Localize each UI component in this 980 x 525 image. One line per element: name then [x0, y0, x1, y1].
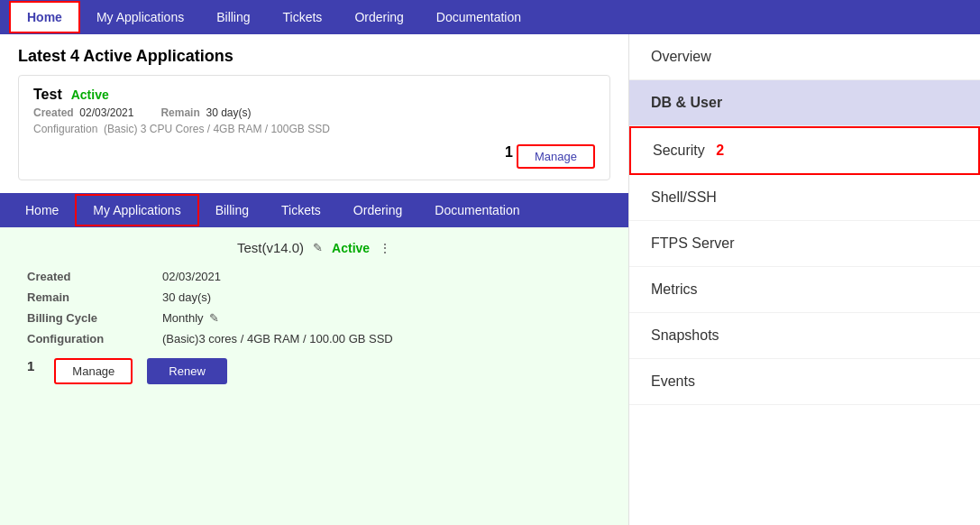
sidebar-shell-ssh-label: Shell/SSH [651, 189, 717, 205]
remain-value: 30 day(s) [206, 106, 251, 119]
nav2-documentation[interactable]: Documentation [418, 196, 536, 225]
app-name: Test [33, 87, 62, 103]
detail-created-label: Created [27, 270, 153, 283]
app-detail-title: Test(v14.0) [237, 240, 304, 255]
home-section: Latest 4 Active Applications Test Active… [0, 34, 628, 193]
section-title: Latest 4 Active Applications [18, 47, 610, 66]
sidebar-item-ftps-server[interactable]: FTPS Server [629, 221, 980, 267]
dots-menu-icon[interactable]: ⋮ [379, 241, 391, 255]
sidebar-item-db-user[interactable]: DB & User [629, 80, 980, 126]
top-navbar: Home My Applications Billing Tickets Ord… [0, 0, 980, 34]
remain-label: Remain [160, 106, 199, 119]
renew-button[interactable]: Renew [147, 358, 226, 384]
sidebar-security-label: Security [653, 143, 705, 158]
nav2-ordering[interactable]: Ordering [337, 196, 418, 225]
main-content: Latest 4 Active Applications Test Active… [0, 34, 980, 525]
created-label: Created [33, 106, 74, 119]
nav-billing[interactable]: Billing [200, 3, 266, 32]
detail-config-label: Configuration [27, 332, 153, 345]
manage-number-1: 1 [505, 144, 513, 169]
sidebar-ftps-label: FTPS Server [651, 235, 734, 251]
nav-my-applications[interactable]: My Applications [80, 3, 200, 32]
detail-remain-value: 30 day(s) [162, 290, 601, 304]
nav-ordering[interactable]: Ordering [338, 3, 419, 32]
config-label: Configuration [33, 123, 97, 135]
detail-remain-label: Remain [27, 290, 153, 304]
nav2-tickets[interactable]: Tickets [265, 196, 337, 225]
app-detail-section: Test(v14.0) ✎ Active ⋮ Created 02/03/202… [0, 227, 628, 525]
billing-edit-icon[interactable]: ✎ [209, 311, 219, 325]
detail-rows: Created 02/03/2021 Remain 30 day(s) Bill… [18, 270, 610, 345]
left-panel: Latest 4 Active Applications Test Active… [0, 34, 628, 525]
second-navbar: Home My Applications Billing Tickets Ord… [0, 193, 628, 227]
sidebar-item-snapshots[interactable]: Snapshots [629, 313, 980, 359]
app-status: Active [71, 88, 109, 102]
sidebar-db-user-label: DB & User [651, 95, 722, 110]
manage-button-top[interactable]: Manage [517, 144, 595, 169]
sidebar-overview-label: Overview [651, 49, 711, 64]
detail-billing-label: Billing Cycle [27, 311, 153, 325]
app-card: Test Active Created 02/03/2021 Remain 30… [18, 75, 610, 180]
sidebar-snapshots-label: Snapshots [651, 327, 719, 343]
app-card-header: Test Active [33, 87, 595, 103]
app-card-details: Created 02/03/2021 Remain 30 day(s) [33, 106, 595, 119]
security-badge: 2 [716, 143, 724, 158]
created-value: 02/03/2021 [79, 106, 133, 119]
sidebar-item-overview[interactable]: Overview [629, 34, 980, 80]
app-detail-status: Active [332, 241, 370, 255]
detail-config-value: (Basic)3 cores / 4GB RAM / 100.00 GB SSD [162, 332, 601, 345]
manage-button-bottom[interactable]: Manage [54, 358, 133, 384]
sidebar-item-security[interactable]: Security 2 [629, 126, 980, 175]
app-detail-card: Test(v14.0) ✎ Active ⋮ Created 02/03/202… [18, 240, 610, 384]
detail-billing-value: Monthly [162, 311, 204, 325]
nav2-billing[interactable]: Billing [199, 196, 265, 225]
sidebar-item-metrics[interactable]: Metrics [629, 267, 980, 313]
sidebar-item-events[interactable]: Events [629, 359, 980, 405]
detail-billing-row: Monthly ✎ [162, 311, 601, 325]
detail-created-value: 02/03/2021 [162, 270, 601, 283]
sidebar-item-shell-ssh[interactable]: Shell/SSH [629, 175, 980, 221]
app-detail-header: Test(v14.0) ✎ Active ⋮ [18, 240, 610, 261]
app-card-footer: 1 Manage [33, 144, 595, 169]
nav-tickets[interactable]: Tickets [267, 3, 339, 32]
nav2-home[interactable]: Home [9, 196, 75, 225]
config-value: (Basic) 3 CPU Cores / 4GB RAM / 100GB SS… [104, 123, 330, 135]
edit-icon[interactable]: ✎ [313, 241, 323, 254]
manage-number-2: 1 [27, 358, 34, 384]
right-sidebar: Overview DB & User Security 2 Shell/SSH … [628, 34, 980, 525]
nav-home[interactable]: Home [9, 1, 80, 33]
sidebar-metrics-label: Metrics [651, 281, 698, 297]
sidebar-events-label: Events [651, 373, 695, 389]
detail-footer: 1 Manage Renew [18, 358, 610, 384]
nav2-my-applications[interactable]: My Applications [75, 194, 198, 226]
nav-documentation[interactable]: Documentation [420, 3, 537, 32]
